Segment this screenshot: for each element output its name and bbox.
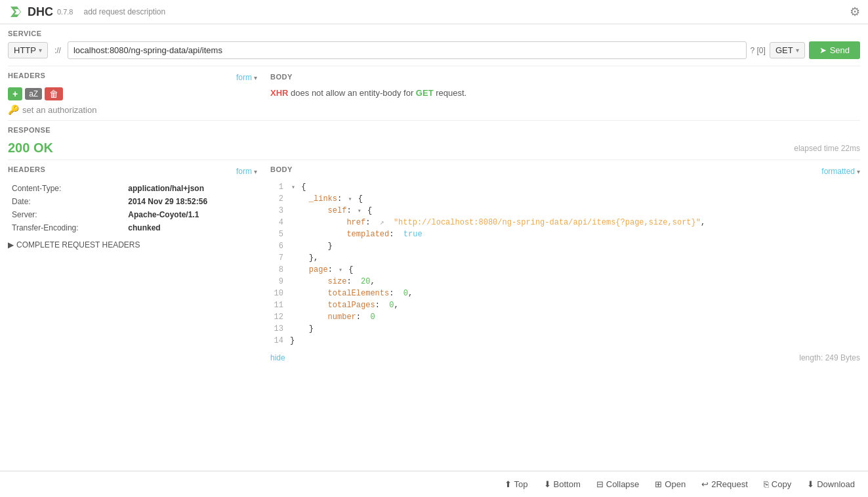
- line-content: totalElements: 0,: [290, 288, 860, 299]
- body-middle-text: does not allow an entity-body for: [291, 88, 416, 98]
- complete-request-headers-link[interactable]: ▶ COMPLETE REQUEST HEADERS: [8, 240, 257, 249]
- section-divider: [8, 120, 860, 121]
- response-body-label: BODY: [270, 165, 293, 173]
- code-line-3: 3 self: ▾ {: [270, 205, 860, 217]
- protocol-separator: ://: [52, 46, 64, 55]
- line-number: 3: [270, 205, 290, 217]
- response-headers-col: HEADERS form ▾ Content-Type: application…: [8, 165, 257, 365]
- table-row: Content-Type: application/hal+json: [9, 183, 256, 194]
- formatted-dropdown[interactable]: formatted ▾: [821, 167, 860, 176]
- line-content: _links: ▾ {: [290, 193, 860, 205]
- delete-header-button[interactable]: 🗑: [45, 87, 63, 100]
- collapse-arrow-icon[interactable]: ▾: [339, 267, 342, 274]
- protocol-select[interactable]: HTTP ▾: [8, 42, 48, 58]
- response-body-col: BODY formatted ▾ 1 ▾ {: [270, 165, 860, 365]
- response-headers-label: HEADERS: [8, 165, 45, 173]
- code-line-8: 8 page: ▾ {: [270, 264, 860, 276]
- formatted-chevron-icon: ▾: [857, 168, 860, 175]
- code-line-4: 4 href: ↗ "http://localhost:8080/ng-spri…: [270, 217, 860, 228]
- request-headers-label: HEADERS: [8, 72, 45, 79]
- code-line-13: 13 }: [270, 323, 860, 335]
- line-number: 2: [270, 193, 290, 205]
- formatted-label: formatted: [821, 167, 855, 176]
- code-line-7: 7 },: [270, 252, 860, 264]
- response-headers-col-header: HEADERS form ▾: [8, 165, 257, 177]
- line-number: 7: [270, 252, 290, 264]
- auth-label: set an authorization: [22, 105, 96, 115]
- header-value: application/hal+json: [125, 183, 256, 194]
- line-number: 13: [270, 323, 290, 335]
- main-content: SERVICE HTTP ▾ :// ? [0] GET ▾ ➤ Send HE…: [0, 24, 868, 370]
- request-body-label: BODY: [270, 73, 293, 81]
- line-content: },: [290, 252, 860, 264]
- code-line-12: 12 number: 0: [270, 311, 860, 323]
- line-number: 12: [270, 311, 290, 323]
- settings-icon[interactable]: ⚙: [850, 5, 860, 19]
- body-info-text: XHR does not allow an entity-body for GE…: [270, 81, 860, 104]
- code-line-11: 11 totalPages: 0,: [270, 299, 860, 311]
- response-form-dropdown[interactable]: form ▾: [236, 167, 257, 176]
- header-value: chunked: [125, 222, 256, 234]
- request-body-col: BODY XHR does not allow an entity-body f…: [270, 72, 860, 115]
- add-header-button[interactable]: +: [8, 87, 22, 100]
- line-content: templated: true: [290, 228, 860, 240]
- code-line-1: 1 ▾ {: [270, 181, 860, 193]
- delete-icon: 🗑: [49, 89, 58, 99]
- form-dropdown[interactable]: form ▾: [236, 73, 257, 82]
- response-section: RESPONSE 200 OK elapsed time 22ms HEADER…: [8, 126, 860, 365]
- code-line-9: 9 size: 20,: [270, 276, 860, 288]
- response-header-row: RESPONSE: [8, 126, 860, 138]
- send-button[interactable]: ➤ Send: [809, 41, 860, 59]
- method-chevron-icon: ▾: [796, 47, 799, 54]
- line-content: totalPages: 0,: [290, 299, 860, 311]
- form-label: form: [236, 73, 252, 82]
- sort-headers-button[interactable]: aZ: [25, 88, 42, 100]
- header-key: Date:: [9, 196, 124, 207]
- protocol-chevron-icon: ▾: [39, 47, 42, 54]
- elapsed-time: elapsed time 22ms: [794, 144, 860, 153]
- header-action-buttons: + aZ 🗑: [8, 87, 257, 100]
- line-content: }: [290, 240, 860, 252]
- code-line-5: 5 templated: true: [270, 228, 860, 240]
- collapse-arrow-icon[interactable]: ▾: [348, 196, 352, 203]
- line-number: 4: [270, 217, 290, 228]
- table-row: Server: Apache-Coyote/1.1: [9, 209, 256, 221]
- method-select[interactable]: GET ▾: [770, 42, 805, 58]
- add-description-link[interactable]: add request description: [83, 7, 165, 16]
- url-input[interactable]: [68, 41, 747, 59]
- set-authorization-link[interactable]: 🔑 set an authorization: [8, 104, 257, 115]
- app-name: DHC: [28, 5, 53, 19]
- response-status: 200 OK: [8, 140, 53, 156]
- hide-link[interactable]: hide: [270, 351, 285, 365]
- logo: DHC 0.7.8: [8, 4, 73, 20]
- app-version: 0.7.8: [57, 8, 73, 16]
- header-key: Content-Type:: [9, 183, 124, 194]
- headers-col-header: HEADERS form ▾: [8, 72, 257, 83]
- code-line-6: 6 }: [270, 240, 860, 252]
- triangle-icon: ▶: [8, 240, 14, 249]
- protocol-value: HTTP: [14, 45, 36, 55]
- send-label: Send: [830, 45, 850, 55]
- response-form-chevron-icon: ▾: [254, 168, 257, 175]
- complete-req-label: COMPLETE REQUEST HEADERS: [16, 240, 140, 249]
- collapse-arrow-icon[interactable]: ▾: [358, 207, 362, 215]
- line-content: page: ▾ {: [290, 264, 860, 276]
- response-headers-table: Content-Type: application/hal+json Date:…: [8, 181, 257, 235]
- line-number: 5: [270, 228, 290, 240]
- code-line-2: 2 _links: ▾ {: [270, 193, 860, 205]
- body-suffix-text: request.: [436, 88, 466, 98]
- response-body-code: 1 ▾ { 2 _links: ▾ {: [270, 181, 860, 347]
- send-arrow-icon: ➤: [819, 45, 827, 55]
- line-number: 10: [270, 288, 290, 299]
- request-section: HEADERS form ▾ + aZ 🗑 🔑 set an authoriza…: [8, 66, 860, 115]
- line-content: }: [290, 335, 860, 347]
- get-label: GET: [416, 88, 434, 98]
- collapse-arrow-icon[interactable]: ▾: [291, 184, 295, 191]
- line-number: 14: [270, 335, 290, 347]
- line-content: size: 20,: [290, 276, 860, 288]
- request-headers-col: HEADERS form ▾ + aZ 🗑 🔑 set an authoriza…: [8, 72, 257, 115]
- top-bar: DHC 0.7.8 add request description ⚙: [0, 0, 868, 24]
- response-label: RESPONSE: [8, 126, 51, 134]
- code-line-10: 10 totalElements: 0,: [270, 288, 860, 299]
- url-info[interactable]: ? [0]: [751, 46, 766, 55]
